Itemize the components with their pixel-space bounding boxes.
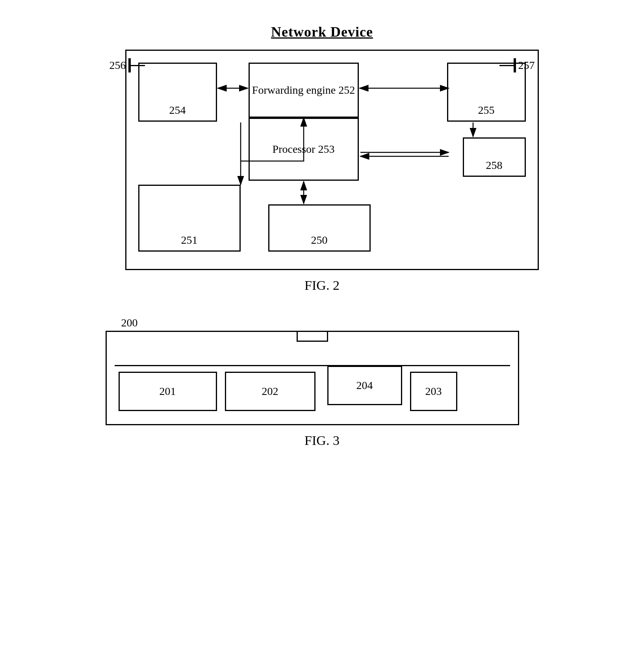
box-251: 251 [138, 185, 241, 252]
box-258-label: 258 [486, 159, 503, 172]
label-200: 200 [121, 317, 539, 329]
box-250: 250 [268, 204, 371, 252]
box-258: 258 [463, 137, 526, 177]
box-204-label: 204 [356, 379, 373, 392]
connector-left: 256 [109, 58, 145, 72]
box-203-label: 203 [425, 385, 442, 398]
left-connector-line [131, 65, 145, 66]
box-204: 204 [327, 366, 402, 405]
right-connector-box [514, 58, 516, 72]
label-256: 256 [109, 59, 126, 72]
box-254-label: 254 [169, 104, 186, 117]
fig3-caption: FIG. 3 [106, 433, 539, 448]
label-257: 257 [518, 59, 535, 72]
connector-right: 257 [499, 58, 535, 72]
box-forwarding-engine: Forwarding engine 252 [249, 63, 359, 118]
box-202: 202 [225, 372, 316, 411]
fig3-diagram: 200 201 202 204 203 FIG. 3 [106, 317, 539, 448]
box-255-label: 255 [478, 104, 495, 117]
fig3-inner-row: 201 202 204 203 [115, 365, 510, 416]
box-250-label: 250 [311, 234, 328, 246]
box-202-label: 202 [262, 385, 278, 398]
forwarding-engine-label: Forwarding engine 252 [252, 82, 355, 98]
fig3-outer-box: 201 202 204 203 [106, 331, 519, 425]
box-251-label: 251 [181, 234, 198, 246]
box-254: 254 [138, 63, 217, 122]
fig3-notch [297, 331, 328, 342]
fig2-caption: FIG. 2 [106, 278, 539, 293]
box-201-label: 201 [160, 385, 176, 398]
fig2-diagram: Network Device 256 257 254 Forwarding en… [106, 24, 539, 293]
processor-label: Processor 253 [273, 143, 335, 156]
fig2-title: Network Device [106, 24, 539, 40]
main-outer-box: 254 Forwarding engine 252 255 Processor … [125, 50, 539, 270]
right-connector-line [499, 65, 514, 66]
box-processor: Processor 253 [249, 118, 359, 181]
box-201: 201 [119, 372, 217, 411]
box-203: 203 [410, 372, 457, 411]
